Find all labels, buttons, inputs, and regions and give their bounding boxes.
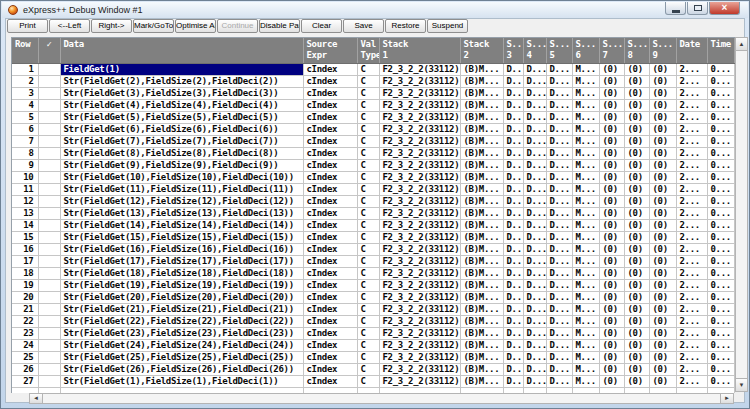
cell-stack_3[interactable]: D..: [503, 280, 523, 292]
cell-mark[interactable]: [38, 364, 60, 376]
cell-stack_4[interactable]: D...: [523, 364, 546, 376]
cell-source_expr[interactable]: cIndex: [303, 184, 357, 196]
cell-stack_9[interactable]: (0): [649, 76, 676, 88]
cell-stack_8[interactable]: (0): [624, 256, 649, 268]
cell-stack_8[interactable]: (0): [624, 304, 649, 316]
cell-data[interactable]: Str(FieldGet(10),FieldSize(10),FieldDeci…: [60, 172, 303, 184]
cell-stack_5[interactable]: D...: [546, 160, 572, 172]
cell-source_expr[interactable]: cIndex: [303, 340, 357, 352]
cell-time[interactable]: 0...: [707, 352, 734, 364]
cell-time[interactable]: 0...: [707, 160, 734, 172]
cell-date[interactable]: 2...: [676, 184, 707, 196]
horizontal-scrollbar[interactable]: ◄ ►: [29, 393, 734, 404]
cell-val_type[interactable]: C: [357, 316, 379, 328]
cell-stack_7[interactable]: (0): [599, 124, 624, 136]
cell-mark[interactable]: [38, 256, 60, 268]
cell-mark[interactable]: [38, 268, 60, 280]
cell-time[interactable]: 0...: [707, 208, 734, 220]
cell-stack_9[interactable]: (0): [649, 364, 676, 376]
cell-stack_3[interactable]: D..: [503, 124, 523, 136]
cell-source_expr[interactable]: cIndex: [303, 160, 357, 172]
cell-stack_8[interactable]: (0): [624, 292, 649, 304]
maximize-button[interactable]: [687, 2, 708, 15]
cell-stack_2[interactable]: (B)M...: [460, 352, 503, 364]
cell-data[interactable]: Str(FieldGet(19),FieldSize(19),FieldDeci…: [60, 280, 303, 292]
cell-date[interactable]: 2...: [676, 112, 707, 124]
cell-stack_8[interactable]: (0): [624, 244, 649, 256]
cell-time[interactable]: 0...: [707, 244, 734, 256]
cell-stack_6[interactable]: M...: [572, 256, 599, 268]
cell-mark[interactable]: [38, 376, 60, 388]
cell-stack_1[interactable]: F2_3_2_2(33112): [379, 172, 460, 184]
cell-stack_7[interactable]: (0): [599, 268, 624, 280]
cell-date[interactable]: 2...: [676, 256, 707, 268]
cell-stack_3[interactable]: D..: [503, 112, 523, 124]
cell-data[interactable]: Str(FieldGet(20),FieldSize(20),FieldDeci…: [60, 292, 303, 304]
cell-stack_3[interactable]: D..: [503, 292, 523, 304]
cell-stack_4[interactable]: D...: [523, 280, 546, 292]
cell-stack_5[interactable]: D...: [546, 172, 572, 184]
cell-stack_2[interactable]: (B)M...: [460, 232, 503, 244]
cell-source_expr[interactable]: cIndex: [303, 316, 357, 328]
cell-stack_2[interactable]: (B)M...: [460, 280, 503, 292]
cell-stack_8[interactable]: (0): [624, 124, 649, 136]
cell-stack_7[interactable]: (0): [599, 100, 624, 112]
cell-date[interactable]: 2...: [676, 64, 707, 76]
cell-stack_2[interactable]: (B)M...: [460, 64, 503, 76]
cell-date[interactable]: 2...: [676, 172, 707, 184]
cell-stack_6[interactable]: M...: [572, 100, 599, 112]
cell-stack_1[interactable]: F2_3_2_2(33112): [379, 316, 460, 328]
scroll-left-icon[interactable]: ◄: [30, 394, 43, 403]
cell-stack_4[interactable]: D...: [523, 196, 546, 208]
cell-data[interactable]: Str(FieldGet(6),FieldSize(6),FieldDeci(6…: [60, 124, 303, 136]
cell-stack_3[interactable]: D..: [503, 316, 523, 328]
cell-stack_5[interactable]: D...: [546, 196, 572, 208]
cell-stack_9[interactable]: (0): [649, 88, 676, 100]
cell-stack_1[interactable]: F2_3_2_2(33112): [379, 112, 460, 124]
cell-stack_5[interactable]: D...: [546, 268, 572, 280]
cell-stack_9[interactable]: (0): [649, 208, 676, 220]
cell-val_type[interactable]: C: [357, 268, 379, 280]
cell-date[interactable]: 2...: [676, 364, 707, 376]
cell-stack_8[interactable]: (0): [624, 220, 649, 232]
cell-stack_9[interactable]: (0): [649, 292, 676, 304]
cell-stack_5[interactable]: D...: [546, 244, 572, 256]
cell-time[interactable]: 0...: [707, 280, 734, 292]
cell-source_expr[interactable]: cIndex: [303, 148, 357, 160]
cell-stack_8[interactable]: (0): [624, 364, 649, 376]
cell-stack_5[interactable]: D...: [546, 328, 572, 340]
cell-data[interactable]: Str(FieldGet(23),FieldSize(23),FieldDeci…: [60, 328, 303, 340]
cell-stack_3[interactable]: D..: [503, 196, 523, 208]
cell-stack_9[interactable]: (0): [649, 160, 676, 172]
cell-time[interactable]: 0...: [707, 376, 734, 388]
cell-stack_5[interactable]: D...: [546, 112, 572, 124]
cell-stack_7[interactable]: (0): [599, 364, 624, 376]
scroll-down-icon[interactable]: ▼: [736, 378, 747, 391]
cell-stack_1[interactable]: F2_3_2_2(33112): [379, 232, 460, 244]
cell-source_expr[interactable]: cIndex: [303, 196, 357, 208]
cell-date[interactable]: 2...: [676, 160, 707, 172]
cell-stack_4[interactable]: D...: [523, 232, 546, 244]
cell-stack_6[interactable]: M...: [572, 220, 599, 232]
cell-stack_8[interactable]: (0): [624, 136, 649, 148]
cell-stack_3[interactable]: D..: [503, 376, 523, 388]
cell-data[interactable]: Str(FieldGet(16),FieldSize(16),FieldDeci…: [60, 244, 303, 256]
cell-stack_1[interactable]: F2_3_2_2(33112): [379, 244, 460, 256]
cell-stack_8[interactable]: (0): [624, 112, 649, 124]
cell-val_type[interactable]: C: [357, 184, 379, 196]
cell-mark[interactable]: [38, 304, 60, 316]
minimize-button[interactable]: [665, 2, 686, 15]
cell-stack_1[interactable]: F2_3_2_2(33112): [379, 184, 460, 196]
cell-stack_7[interactable]: (0): [599, 88, 624, 100]
cell-stack_7[interactable]: (0): [599, 160, 624, 172]
cell-stack_2[interactable]: (B)M...: [460, 172, 503, 184]
cell-time[interactable]: 0...: [707, 196, 734, 208]
cell-stack_8[interactable]: (0): [624, 76, 649, 88]
cell-stack_1[interactable]: F2_3_2_2(33112): [379, 148, 460, 160]
cell-source_expr[interactable]: cIndex: [303, 100, 357, 112]
cell-stack_9[interactable]: (0): [649, 232, 676, 244]
cell-stack_6[interactable]: M...: [572, 136, 599, 148]
cell-time[interactable]: 0...: [707, 232, 734, 244]
cell-stack_6[interactable]: M...: [572, 124, 599, 136]
cell-source_expr[interactable]: cIndex: [303, 112, 357, 124]
